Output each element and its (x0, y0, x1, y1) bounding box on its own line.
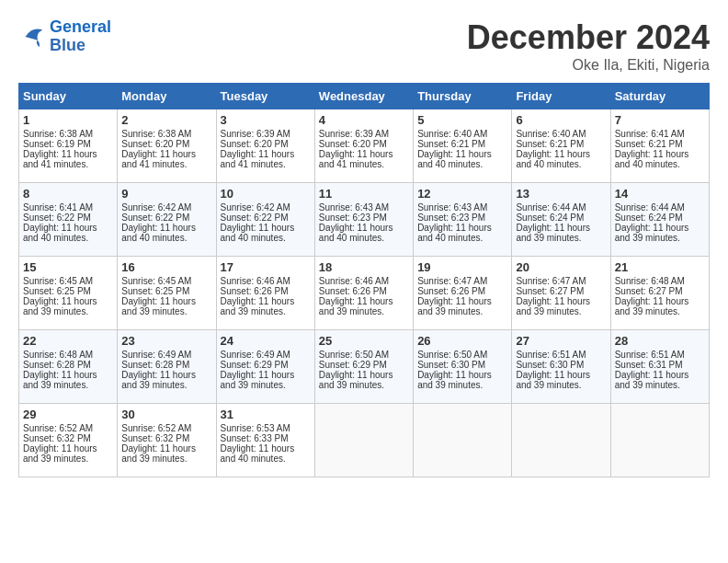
day-info: Daylight: 11 hours and 40 minutes. (221, 443, 311, 464)
day-info: Daylight: 11 hours and 40 minutes. (417, 149, 507, 169)
calendar-week-row: 22Sunrise: 6:48 AMSunset: 6:28 PMDayligh… (19, 330, 710, 404)
day-info: Sunrise: 6:43 AM (417, 202, 507, 213)
day-info: Sunrise: 6:38 AM (23, 129, 113, 139)
day-number: 8 (23, 187, 113, 201)
day-info: Daylight: 11 hours and 40 minutes. (121, 223, 211, 243)
day-number: 13 (516, 187, 606, 201)
day-info: Sunset: 6:22 PM (221, 213, 311, 223)
day-number: 19 (417, 260, 507, 274)
calendar-cell: 6Sunrise: 6:40 AMSunset: 6:21 PMDaylight… (512, 109, 610, 183)
calendar-cell: 7Sunrise: 6:41 AMSunset: 6:21 PMDaylight… (610, 109, 709, 183)
month-title: December 2024 (467, 18, 710, 57)
calendar-cell: 9Sunrise: 6:42 AMSunset: 6:22 PMDaylight… (118, 183, 216, 257)
day-info: Daylight: 11 hours and 39 minutes. (121, 443, 211, 464)
weekday-header: Saturday (610, 84, 709, 109)
calendar-cell: 17Sunrise: 6:46 AMSunset: 6:26 PMDayligh… (216, 257, 314, 330)
calendar-cell (314, 404, 413, 477)
day-info: Sunset: 6:29 PM (221, 360, 311, 370)
calendar-cell: 26Sunrise: 6:50 AMSunset: 6:30 PMDayligh… (414, 330, 512, 404)
logo-text: General Blue (50, 18, 111, 55)
day-info: Sunset: 6:30 PM (516, 360, 606, 370)
day-number: 16 (121, 260, 211, 274)
day-info: Daylight: 11 hours and 39 minutes. (417, 296, 507, 316)
day-info: Sunrise: 6:45 AM (121, 276, 211, 286)
calendar-cell: 21Sunrise: 6:48 AMSunset: 6:27 PMDayligh… (610, 257, 709, 330)
day-info: Daylight: 11 hours and 39 minutes. (121, 370, 211, 390)
day-info: Sunrise: 6:44 AM (615, 202, 705, 213)
day-info: Sunset: 6:21 PM (516, 139, 606, 149)
day-info: Sunset: 6:26 PM (319, 286, 409, 296)
calendar-cell: 10Sunrise: 6:42 AMSunset: 6:22 PMDayligh… (216, 183, 314, 257)
logo-icon (18, 23, 46, 51)
calendar-cell (512, 404, 610, 477)
calendar-week-row: 8Sunrise: 6:41 AMSunset: 6:22 PMDaylight… (19, 183, 710, 257)
day-info: Sunrise: 6:51 AM (615, 350, 705, 360)
day-info: Daylight: 11 hours and 40 minutes. (319, 223, 409, 243)
day-info: Sunrise: 6:38 AM (121, 129, 211, 139)
day-info: Sunrise: 6:44 AM (516, 202, 606, 213)
day-info: Daylight: 11 hours and 39 minutes. (121, 296, 211, 316)
day-info: Sunset: 6:22 PM (121, 213, 211, 223)
day-info: Sunset: 6:26 PM (417, 286, 507, 296)
day-info: Sunset: 6:25 PM (23, 286, 113, 296)
day-info: Sunset: 6:29 PM (319, 360, 409, 370)
day-info: Sunset: 6:25 PM (121, 286, 211, 296)
calendar-cell: 1Sunrise: 6:38 AMSunset: 6:19 PMDaylight… (19, 109, 118, 183)
day-info: Daylight: 11 hours and 39 minutes. (516, 223, 606, 243)
day-info: Daylight: 11 hours and 41 minutes. (319, 149, 409, 169)
day-info: Sunrise: 6:45 AM (23, 276, 113, 286)
day-info: Daylight: 11 hours and 39 minutes. (319, 296, 409, 316)
calendar-cell: 31Sunrise: 6:53 AMSunset: 6:33 PMDayligh… (216, 404, 314, 477)
day-info: Sunset: 6:31 PM (615, 360, 705, 370)
day-info: Sunset: 6:21 PM (615, 139, 705, 149)
calendar-cell: 8Sunrise: 6:41 AMSunset: 6:22 PMDaylight… (19, 183, 118, 257)
day-info: Sunrise: 6:49 AM (121, 350, 211, 360)
day-number: 2 (121, 113, 211, 127)
day-number: 28 (615, 334, 705, 348)
day-info: Sunset: 6:27 PM (615, 286, 705, 296)
day-info: Sunset: 6:30 PM (417, 360, 507, 370)
day-info: Daylight: 11 hours and 39 minutes. (615, 370, 705, 390)
day-info: Daylight: 11 hours and 39 minutes. (23, 443, 113, 464)
weekday-header: Monday (118, 84, 216, 109)
day-info: Daylight: 11 hours and 39 minutes. (516, 296, 606, 316)
day-info: Sunrise: 6:41 AM (615, 129, 705, 139)
calendar-table: SundayMondayTuesdayWednesdayThursdayFrid… (18, 83, 710, 477)
calendar-cell: 23Sunrise: 6:49 AMSunset: 6:28 PMDayligh… (118, 330, 216, 404)
day-number: 17 (221, 260, 311, 274)
day-number: 22 (23, 334, 113, 348)
day-info: Daylight: 11 hours and 39 minutes. (23, 296, 113, 316)
calendar-cell: 12Sunrise: 6:43 AMSunset: 6:23 PMDayligh… (414, 183, 512, 257)
day-number: 7 (615, 113, 705, 127)
day-info: Sunrise: 6:42 AM (121, 202, 211, 213)
day-info: Sunrise: 6:49 AM (221, 350, 311, 360)
day-number: 25 (319, 334, 409, 348)
day-info: Daylight: 11 hours and 39 minutes. (23, 370, 113, 390)
calendar-cell: 20Sunrise: 6:47 AMSunset: 6:27 PMDayligh… (512, 257, 610, 330)
day-number: 26 (417, 334, 507, 348)
day-info: Sunset: 6:32 PM (121, 433, 211, 443)
calendar-cell: 15Sunrise: 6:45 AMSunset: 6:25 PMDayligh… (19, 257, 118, 330)
day-info: Sunrise: 6:43 AM (319, 202, 409, 213)
calendar-week-row: 1Sunrise: 6:38 AMSunset: 6:19 PMDaylight… (19, 109, 710, 183)
weekday-header: Thursday (414, 84, 512, 109)
day-info: Daylight: 11 hours and 39 minutes. (615, 223, 705, 243)
day-info: Sunrise: 6:39 AM (221, 129, 311, 139)
day-info: Sunset: 6:22 PM (23, 213, 113, 223)
day-info: Sunset: 6:19 PM (23, 139, 113, 149)
calendar-cell: 4Sunrise: 6:39 AMSunset: 6:20 PMDaylight… (314, 109, 413, 183)
day-info: Sunset: 6:20 PM (221, 139, 311, 149)
day-number: 20 (516, 260, 606, 274)
calendar-cell: 3Sunrise: 6:39 AMSunset: 6:20 PMDaylight… (216, 109, 314, 183)
header-row: SundayMondayTuesdayWednesdayThursdayFrid… (19, 84, 710, 109)
day-info: Daylight: 11 hours and 40 minutes. (615, 149, 705, 169)
day-info: Daylight: 11 hours and 39 minutes. (516, 370, 606, 390)
day-info: Sunset: 6:28 PM (23, 360, 113, 370)
weekday-header: Friday (512, 84, 610, 109)
day-info: Sunset: 6:20 PM (319, 139, 409, 149)
day-number: 27 (516, 334, 606, 348)
day-info: Sunset: 6:27 PM (516, 286, 606, 296)
page-header: General Blue December 2024 Oke Ila, Ekit… (18, 18, 710, 74)
calendar-cell: 24Sunrise: 6:49 AMSunset: 6:29 PMDayligh… (216, 330, 314, 404)
day-info: Sunrise: 6:48 AM (23, 350, 113, 360)
